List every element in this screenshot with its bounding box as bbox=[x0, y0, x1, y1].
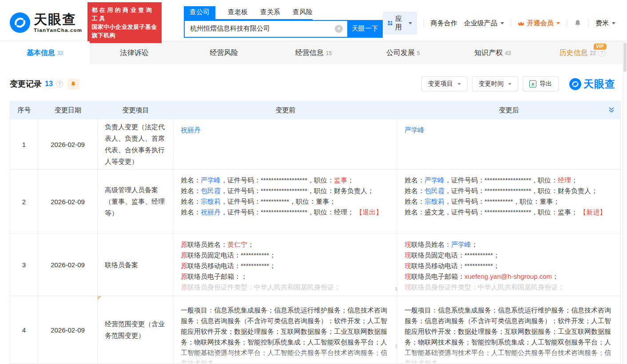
apps-grid-icon bbox=[388, 20, 393, 27]
user-menu[interactable]: 费米 bbox=[595, 19, 615, 28]
filter-change-item-button[interactable]: 变更项目 bbox=[421, 76, 468, 91]
person-link[interactable]: 祝丽丹 bbox=[201, 208, 221, 216]
person-link[interactable]: 严学峰 bbox=[451, 241, 471, 248]
nav-vip[interactable]: 开通会员 bbox=[517, 19, 560, 28]
tab-label: 知识产权 bbox=[474, 48, 503, 58]
person-link[interactable]: 宗馥莉 bbox=[201, 198, 221, 205]
col-header-before: 变更前 bbox=[174, 106, 397, 115]
expand-row-icon[interactable] bbox=[394, 342, 397, 353]
cell-line: 原联络员固定电话：***********； bbox=[181, 250, 390, 261]
search-button[interactable]: 天眼一下 bbox=[347, 20, 383, 38]
text-segment: ，证件号码：******************，职位： bbox=[444, 176, 558, 184]
person-link[interactable]: 包民霞 bbox=[201, 187, 221, 194]
table-header-row: 序号 变更日期 变更项目 变更前 变更后 bbox=[10, 101, 620, 119]
corner-marker bbox=[98, 296, 102, 300]
col-header-after: 变更后 bbox=[397, 106, 620, 115]
person-link[interactable]: 宗馥莉 bbox=[425, 198, 444, 205]
text-segment: ； bbox=[347, 176, 354, 184]
text-segment: 联络员固定电话：***********； bbox=[187, 251, 276, 259]
expand-row-icon[interactable] bbox=[394, 285, 397, 296]
filter-change-time-button[interactable]: 变更时间 bbox=[472, 76, 518, 91]
tianyancha-logo[interactable]: 天眼查 TianYanCha.com bbox=[10, 12, 82, 33]
person-link[interactable]: 祝丽丹 bbox=[181, 126, 201, 134]
text-segment: 联络员身份证件类型：中华人民共和国居民身份证； bbox=[411, 283, 564, 291]
cell-line: 姓名：严学峰，证件号码：******************，职位：监事； bbox=[181, 175, 390, 186]
subscribe-bell-button[interactable] bbox=[67, 79, 79, 90]
tab-label: 基本信息 bbox=[27, 48, 55, 58]
cell-line: 原联络员姓名：黄仁宁； bbox=[181, 239, 390, 250]
change-records-table: 序号 变更日期 变更项目 变更前 变更后 1 2026-02-09 负责人变更（… bbox=[10, 101, 621, 364]
tab-count: 5 bbox=[417, 50, 420, 56]
filter-label: 变更项目 bbox=[428, 80, 453, 88]
text-segment: 原 bbox=[181, 262, 187, 269]
brand-slogan: 都在用的商业查询工具 国家中小企业发展子基金旗下机构 bbox=[87, 2, 162, 43]
search-tab-risk[interactable]: 查风险 bbox=[293, 6, 313, 19]
text-segment: ； bbox=[247, 241, 254, 248]
bell-icon bbox=[574, 19, 582, 27]
cell-line: 姓名：包民霞，证件号码：******************，职位：财务负责人； bbox=[181, 186, 390, 196]
text-segment: 联络员身份证件类型：中华人民共和国居民身份证； bbox=[187, 283, 341, 291]
row-after-cell: 一般项目：信息系统集成服务；信息系统运行维护服务；信息技术咨询服务；信息咨询服务… bbox=[397, 296, 620, 364]
cell-line: 姓名：祝丽丹，证件号码：******************，职位：经理； 【退… bbox=[181, 207, 390, 218]
text-segment: ，证件号码：******************，职位：财务负责人； bbox=[444, 187, 598, 194]
table-row: 2 2026-02-09 高级管理人员备案（董事、监事、经理等） 姓名：严学峰，… bbox=[10, 170, 620, 234]
cell-line: 祝丽丹 bbox=[181, 125, 390, 135]
tab-basic-info[interactable]: 基本信息 33 bbox=[0, 41, 90, 64]
question-icon[interactable]: ? bbox=[598, 49, 605, 56]
notifications-bell[interactable] bbox=[574, 19, 582, 27]
company-search-input[interactable] bbox=[184, 20, 347, 38]
clear-icon[interactable]: ✕ bbox=[335, 25, 343, 33]
row-date: 2026-02-09 bbox=[38, 234, 98, 296]
text-segment: 原 bbox=[181, 283, 187, 291]
person-link[interactable]: 包民霞 bbox=[425, 187, 444, 194]
nav-cooperation[interactable]: 商务合作 bbox=[431, 19, 457, 28]
row-date: 2026-02-09 bbox=[38, 296, 98, 364]
tab-operational-risk[interactable]: 经营风险 bbox=[179, 41, 269, 64]
bell-icon bbox=[70, 81, 76, 87]
scrollbar-thumb[interactable] bbox=[623, 43, 627, 72]
row-after-cell: 现联络员姓名：严学峰； 现联络员固定电话：***********； 现联络员移动… bbox=[397, 234, 620, 296]
tab-count: 22 bbox=[590, 50, 595, 56]
col-header-date: 变更日期 bbox=[38, 106, 98, 115]
row-date: 2026-02-09 bbox=[38, 170, 98, 233]
search-tab-relation[interactable]: 查关系 bbox=[260, 6, 280, 19]
person-link[interactable]: 严学峰 bbox=[201, 176, 221, 184]
text-segment: ，证件号码：******************，职位：经理； bbox=[221, 208, 356, 216]
text-segment: ，证件号码：***********，职位：董事； bbox=[221, 198, 336, 205]
collapse-all-icon[interactable] bbox=[608, 107, 615, 115]
search-tab-boss[interactable]: 查老板 bbox=[228, 6, 248, 19]
row-before-cell: 姓名：严学峰，证件号码：******************，职位：监事； 姓名… bbox=[174, 170, 397, 233]
business-scope-text: 一般项目：信息系统集成服务；信息系统运行维护服务；信息技术咨询服务；信息咨询服务… bbox=[181, 305, 390, 364]
apps-menu[interactable]: 应用 bbox=[383, 12, 417, 35]
row-before-cell: 原联络员姓名：黄仁宁； 原联络员固定电话：***********； 原联络员移动… bbox=[174, 234, 397, 296]
table-row: 3 2026-02-09 联络员备案 原联络员姓名：黄仁宁； 原联络员固定电话：… bbox=[10, 234, 620, 296]
username: 费米 bbox=[595, 19, 609, 28]
export-button[interactable]: x 导出 bbox=[523, 76, 559, 91]
nav-enterprise[interactable]: 企业级产品 bbox=[464, 19, 504, 28]
nav-separator bbox=[567, 20, 567, 27]
text-segment: 姓名： bbox=[181, 208, 201, 216]
tab-company-development[interactable]: 公司发展 5 bbox=[358, 41, 448, 64]
tab-label: 历史信息 bbox=[559, 48, 587, 58]
text-segment: 【新进】 bbox=[579, 208, 606, 216]
cell-line: 现联络员移动电话：***********； bbox=[405, 261, 613, 271]
cell-line: 姓名：包民霞，证件号码：******************，职位：财务负责人； bbox=[405, 186, 613, 196]
watermark-logo: 天眼查 bbox=[569, 77, 615, 91]
person-link[interactable]: 严学峰 bbox=[425, 176, 444, 184]
cell-line: 现联络员身份证件类型：中华人民共和国居民身份证； bbox=[405, 282, 613, 293]
tab-business-info[interactable]: 经营信息 15 bbox=[269, 41, 358, 64]
text-segment: 联络员固定电话：***********； bbox=[411, 251, 500, 259]
row-no: 1 bbox=[10, 119, 38, 169]
tab-history-info[interactable]: VIP 历史信息 22 ? bbox=[537, 41, 627, 64]
cell-line: 姓名：宗馥莉，证件号码：***********，职位：董事； bbox=[181, 196, 390, 207]
tab-intellectual-property[interactable]: 知识产权 43 bbox=[448, 41, 538, 64]
tab-count: 33 bbox=[57, 50, 63, 56]
question-icon[interactable]: ? bbox=[56, 80, 63, 87]
text-segment: 经理 bbox=[558, 176, 571, 184]
search-tab-company[interactable]: 查公司 bbox=[184, 6, 215, 19]
apps-label: 应用 bbox=[395, 15, 405, 32]
row-after-cell: 严学峰 bbox=[397, 119, 620, 169]
person-link[interactable]: 严学峰 bbox=[405, 126, 425, 134]
tab-legal-proceedings[interactable]: 法律诉讼 bbox=[90, 41, 179, 64]
row-no: 4 bbox=[10, 296, 38, 364]
